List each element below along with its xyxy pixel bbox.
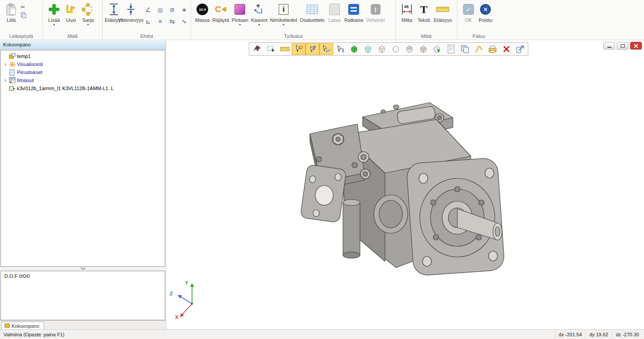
pick-point-icon[interactable] <box>292 43 305 55</box>
paste-label: Liitä <box>7 17 16 23</box>
distance-measure-button[interactable]: Etäisyys <box>432 2 453 23</box>
mass-button[interactable]: 10.0 Massa <box>194 2 211 23</box>
measure-button[interactable]: 45 Mitta <box>398 2 415 23</box>
perpendicular-constraint-icon[interactable]: ⊾ <box>142 16 154 27</box>
pump-model[interactable] <box>296 90 506 282</box>
maximize-icon <box>621 44 625 48</box>
panel-splitter[interactable] <box>0 267 165 271</box>
print-drawer-icon[interactable] <box>485 43 499 55</box>
pick-entity-icon[interactable] <box>333 43 347 55</box>
ribbon-group-clipboard: Liitä ✂ Leikepöytä <box>0 0 43 40</box>
assembly-tab-icon <box>4 323 10 329</box>
chevron-down-icon: ▾ <box>258 23 260 27</box>
panel-title: Kokoonpano <box>3 42 31 47</box>
select-box-icon[interactable] <box>264 43 278 55</box>
load-button[interactable]: Lataa <box>326 2 343 23</box>
load-icon <box>329 4 340 15</box>
viewport-toolbar <box>249 42 528 56</box>
close-button[interactable] <box>630 42 642 50</box>
copy-icon[interactable] <box>21 12 27 19</box>
spline-curve-icon[interactable] <box>472 43 485 55</box>
minimize-button[interactable] <box>603 42 615 50</box>
window-controls <box>603 42 642 50</box>
wireframe-teal-cube-icon[interactable] <box>361 43 375 55</box>
concentric-constraint-icon[interactable]: ◎ <box>154 4 166 16</box>
select-component-cube-icon[interactable] <box>430 43 444 55</box>
error-log-button[interactable]: ! Virheloki <box>365 2 386 23</box>
item-data-button[interactable]: i Nimiketiedot ▾ <box>269 2 299 27</box>
tree-item-temp1[interactable]: temp1 <box>1 52 165 60</box>
schematics-icon <box>253 2 265 17</box>
expand-arrow-icon[interactable]: › <box>3 61 8 67</box>
view-cube-top-icon[interactable] <box>402 43 416 55</box>
text-button[interactable]: T Teksti <box>415 2 432 23</box>
3d-viewport[interactable]: Y Z X <box>166 40 644 329</box>
exit-view-arrow-icon[interactable] <box>513 43 527 55</box>
panel-tab-bar: Kokoonpano <box>0 320 166 330</box>
copy-layers-icon[interactable] <box>458 43 472 55</box>
pattern-series-icon <box>82 2 94 17</box>
view-cube-iso-icon[interactable] <box>416 43 430 55</box>
measure-ruler-icon[interactable] <box>278 43 292 55</box>
distance-constraint-icon <box>108 2 120 17</box>
solid-green-cube-icon[interactable] <box>347 43 361 55</box>
close-icon <box>634 44 638 48</box>
splitter-chevron-icon <box>80 267 86 270</box>
view-cube-shaded-icon[interactable] <box>375 43 389 55</box>
axis-x-label: X <box>175 314 178 320</box>
pick-plane-icon[interactable] <box>319 43 333 55</box>
pattern-button[interactable]: Sarja ▾ <box>79 2 96 27</box>
ok-check-icon: ✓ <box>463 4 474 15</box>
ok-button[interactable]: ✓ OK <box>460 2 477 23</box>
coincident-constraint-button[interactable]: Yhtenevyys <box>122 2 139 23</box>
exit-button[interactable]: × Poistu <box>477 2 494 23</box>
paste-button[interactable]: Liitä <box>3 2 20 23</box>
assembly-icon <box>8 53 16 59</box>
tree-item-part[interactable]: k3vl112b_1armm_l1 K3VL112B-1AMM-L1 .L <box>1 84 165 92</box>
delete-red-icon[interactable] <box>499 43 513 55</box>
pin-icon[interactable] <box>250 43 264 55</box>
status-dx: dx -201.54 <box>555 331 585 338</box>
angle-constraint-icon[interactable]: ∠ <box>142 4 154 16</box>
pick-direction-icon[interactable] <box>305 43 319 55</box>
text-tool-icon: T <box>420 4 427 16</box>
assembly-panel-header: Kokoonpano <box>0 40 166 50</box>
smooth-constraint-icon[interactable]: ∿ <box>178 16 190 27</box>
exit-x-icon: × <box>480 4 491 15</box>
opposite-constraint-icon[interactable]: ⇆ <box>166 16 178 27</box>
cut-icon[interactable]: ✂ <box>21 4 27 10</box>
cad-application-window: { "ribbon": { "groups": [ {"label": "Lei… <box>0 0 644 339</box>
tree-item-configurations[interactable]: › Ilmiasut <box>1 76 165 84</box>
status-message: Valmiina (Opaste: paina F1) <box>0 332 555 337</box>
tangent-constraint-icon[interactable]: ⊘ <box>166 4 178 16</box>
symmetry-constraint-icon[interactable]: ∗ <box>178 4 190 16</box>
solve-button[interactable]: Ratkaise <box>343 2 365 23</box>
parallel-constraint-icon[interactable]: ≡ <box>154 16 166 27</box>
maximize-button[interactable] <box>617 42 628 50</box>
view-cube-hidden-icon[interactable] <box>389 43 402 55</box>
expand-arrow-icon[interactable]: › <box>3 77 8 83</box>
parts-list-icon <box>306 2 318 17</box>
ribbon-group-dimensions: 45 Mitta T Teksti Etäisyys Mitat <box>396 0 457 40</box>
to-surface-button[interactable]: Pintaan ▾ <box>230 2 250 27</box>
list-sheet-icon[interactable] <box>444 43 458 55</box>
group-label-model: Malli <box>43 33 102 39</box>
status-bar: Valmiina (Opaste: paina F1) dx -201.54 d… <box>0 329 644 339</box>
add-component-button[interactable]: Lisää ▾ <box>46 2 63 27</box>
svg-text:45: 45 <box>404 4 409 9</box>
error-log-icon: ! <box>371 4 381 15</box>
assembly-tree: temp1 › Visualisointi Piirustukset › Ilm… <box>0 50 165 267</box>
explode-button[interactable]: C Räjäytä <box>211 2 230 23</box>
coincident-constraint-icon <box>125 2 137 17</box>
tree-item-visualization[interactable]: › Visualisointi <box>1 60 165 68</box>
ribbon: Liitä ✂ Leikepöytä Lisää ▾ <box>0 0 644 40</box>
group-label-constraints: Ehdot <box>103 33 191 39</box>
parts-list-button[interactable]: Osaluettelo <box>298 2 326 23</box>
chevron-down-icon: ▾ <box>239 23 241 27</box>
surface-icon <box>234 4 245 15</box>
ribbon-group-constraints: Etäisyys Yhtenevyys ∠ ◎ ⊘ ∗ ⊾ ≡ ⇆ ∿ Ehdo… <box>103 0 191 40</box>
schematics-button[interactable]: Kaaviot ▾ <box>250 2 269 27</box>
tree-item-drawings[interactable]: Piirustukset <box>1 68 165 76</box>
new-button[interactable]: Uusi <box>63 2 79 23</box>
new-part-icon <box>65 2 77 17</box>
